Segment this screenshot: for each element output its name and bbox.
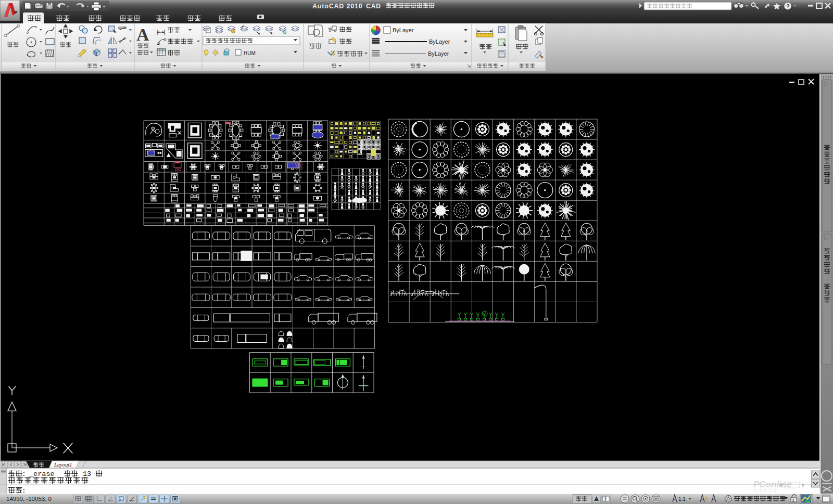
svg-text:AutoCAD 2010: AutoCAD 2010 (312, 3, 362, 10)
svg-text:Layout1: Layout1 (54, 462, 72, 468)
svg-text:1:1: 1:1 (678, 496, 686, 502)
svg-text:A: A (136, 25, 149, 44)
svg-text:1: 1 (792, 499, 794, 502)
svg-text:?: ? (786, 3, 790, 9)
svg-text:ByLayer: ByLayer (429, 38, 450, 45)
svg-text::: : (22, 487, 26, 495)
svg-text:ByLayer: ByLayer (428, 50, 449, 57)
svg-text:13: 13 (83, 470, 91, 478)
svg-text:HUM: HUM (244, 50, 256, 56)
svg-text:14990, -10053, 0: 14990, -10053, 0 (6, 496, 52, 502)
svg-text:ByLayer: ByLayer (393, 27, 414, 33)
svg-text:_erase: _erase (29, 470, 55, 478)
svg-text::: : (22, 470, 26, 478)
svg-text:CAD: CAD (366, 3, 381, 10)
